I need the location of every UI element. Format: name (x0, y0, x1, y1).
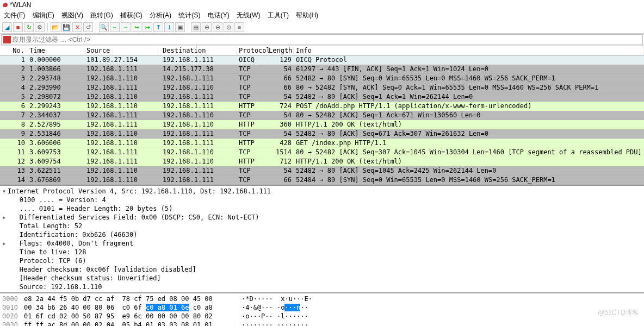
watermark: @51CTO博客 (598, 308, 639, 317)
detail-line[interactable]: [Header checksum status: Unverified] (2, 274, 642, 283)
zoom-reset-icon[interactable]: ⊙ (224, 22, 233, 32)
packet-row[interactable]: 10.000000101.89.27.154192.168.1.111OICQ1… (0, 55, 644, 65)
hex-offset: 0000 (2, 294, 24, 303)
detail-line[interactable]: Source: 192.168.1.110 (2, 283, 642, 291)
packet-row[interactable]: 52.298072192.168.1.110192.168.1.111TCP54… (0, 92, 644, 102)
menu-file[interactable]: 文件(F) (1, 10, 28, 20)
menu-tools[interactable]: 工具(T) (265, 10, 292, 20)
toolbar: ◢ ■ ↻ ⚙ 📂 💾 ✕ ↺ 🔍 ← → ↪ ↦ ⤒ ⤓ ▣ ▤ ⊕ ⊖ ⊙ … (0, 21, 644, 34)
packet-row[interactable]: 42.293990192.168.1.111192.168.1.110TCP66… (0, 83, 644, 92)
autoscroll-icon[interactable]: ▣ (175, 22, 185, 32)
menu-telephony[interactable]: 电话(Y) (205, 10, 232, 20)
packet-row[interactable]: 92.531846192.168.1.110192.168.1.111TCP54… (0, 129, 644, 139)
packet-bytes-pane[interactable]: 0000e8 2a 44 f5 0b d7 cc af 78 cf 75 ed … (0, 292, 644, 326)
detail-line[interactable]: ▸ Flags: 0x4000, Don't fragment (2, 239, 642, 248)
menu-go[interactable]: 跳转(G) (88, 10, 115, 20)
resize-cols-icon[interactable]: ≡ (234, 22, 244, 32)
detail-line[interactable]: Header checksum: 0xc06f [validation disa… (2, 265, 642, 274)
packet-row[interactable]: 103.606606192.168.1.110192.168.1.111HTTP… (0, 139, 644, 148)
title-bar: *WLAN (0, 0, 644, 10)
packet-list-header: No. Time Source Destination Protocol Len… (0, 46, 644, 55)
col-info[interactable]: Info (294, 46, 644, 55)
goto-icon[interactable]: ↦ (143, 22, 152, 32)
start-capture-icon[interactable]: ◢ (2, 22, 12, 32)
packet-row[interactable]: 123.609754192.168.1.111192.168.1.110HTTP… (0, 157, 644, 166)
packet-row[interactable]: 133.622511192.168.1.110192.168.1.111TCP5… (0, 166, 644, 175)
window-title: *WLAN (10, 1, 31, 9)
menu-bar: 文件(F) 编辑(E) 视图(V) 跳转(G) 捕获(C) 分析(A) 统计(S… (0, 10, 644, 21)
last-icon[interactable]: ⤓ (164, 22, 174, 32)
col-protocol[interactable]: Protocol (237, 46, 267, 55)
display-filter-input[interactable] (12, 35, 642, 44)
selected-bytes: c0 a8 01 6e (146, 304, 189, 311)
packet-row[interactable]: 21.003866192.168.1.11114.215.177.38TCP54… (0, 65, 644, 74)
detail-line[interactable]: ▾Internet Protocol Version 4, Src: 192.1… (2, 187, 642, 196)
detail-line[interactable]: 0100 .... = Version: 4 (2, 196, 642, 204)
open-icon[interactable]: 📂 (51, 22, 60, 32)
detail-line[interactable]: Total Length: 52 (2, 222, 642, 230)
packet-row[interactable]: 143.676869192.168.1.110192.168.1.111TCP6… (0, 175, 644, 185)
app-icon (3, 3, 8, 7)
options-icon[interactable]: ⚙ (35, 22, 45, 32)
menu-analyze[interactable]: 分析(A) (147, 10, 174, 20)
packet-row[interactable]: 32.293748192.168.1.110192.168.1.111TCP66… (0, 74, 644, 83)
stop-capture-icon[interactable]: ■ (13, 22, 23, 32)
menu-view[interactable]: 视图(V) (59, 10, 86, 20)
reload-icon[interactable]: ↺ (83, 22, 93, 32)
col-length[interactable]: Length (267, 46, 294, 55)
packet-row[interactable]: 113.609753192.168.1.111192.168.1.110TCP1… (0, 148, 644, 157)
packet-details-pane[interactable]: ▾Internet Protocol Version 4, Src: 192.1… (0, 185, 644, 292)
packet-row[interactable]: 82.527895192.168.1.111192.168.1.110HTTP3… (0, 120, 644, 129)
detail-line[interactable]: Protocol: TCP (6) (2, 256, 642, 265)
menu-capture[interactable]: 捕获(C) (117, 10, 145, 20)
col-destination[interactable]: Destination (160, 46, 237, 55)
hex-ascii: ·*D····· x·u···E· (242, 294, 312, 303)
restart-capture-icon[interactable]: ↻ (24, 22, 34, 32)
col-no[interactable]: No. (0, 46, 27, 55)
filter-bar (1, 34, 643, 45)
hex-bytes: e8 2a 44 f5 0b d7 cc af 78 cf 75 ed 08 0… (24, 294, 242, 303)
col-time[interactable]: Time (27, 46, 84, 55)
find-icon[interactable]: 🔍 (99, 22, 109, 32)
zoom-out-icon[interactable]: ⊖ (213, 22, 222, 32)
detail-line[interactable]: Identification: 0xb626 (46630) (2, 230, 642, 239)
detail-line[interactable]: Time to live: 128 (2, 248, 642, 256)
first-icon[interactable]: ⤒ (153, 22, 163, 32)
menu-stats[interactable]: 统计(S) (176, 10, 203, 20)
detail-line[interactable]: ▸ Differentiated Services Field: 0x00 (D… (2, 213, 642, 222)
packet-row[interactable]: 62.299243192.168.1.110192.168.1.111HTTP7… (0, 102, 644, 111)
bookmark-icon[interactable] (3, 36, 11, 43)
detail-line[interactable]: .... 0101 = Header Length: 20 bytes (5) (2, 204, 642, 213)
colorize-icon[interactable]: ▤ (191, 22, 201, 32)
next-icon[interactable]: → (121, 22, 131, 32)
menu-help[interactable]: 帮助(H) (293, 10, 321, 20)
packet-list-pane: No. Time Source Destination Protocol Len… (0, 46, 644, 185)
packet-row[interactable]: 72.344037192.168.1.111192.168.1.110TCP54… (0, 111, 644, 120)
prev-icon[interactable]: ← (110, 22, 120, 32)
zoom-in-icon[interactable]: ⊕ (202, 22, 212, 32)
close-icon[interactable]: ✕ (72, 22, 82, 32)
save-icon[interactable]: 💾 (61, 22, 71, 32)
menu-wireless[interactable]: 无线(W) (234, 10, 263, 20)
col-source[interactable]: Source (84, 46, 160, 55)
jump-icon[interactable]: ↪ (132, 22, 141, 32)
menu-edit[interactable]: 编辑(E) (30, 10, 57, 20)
